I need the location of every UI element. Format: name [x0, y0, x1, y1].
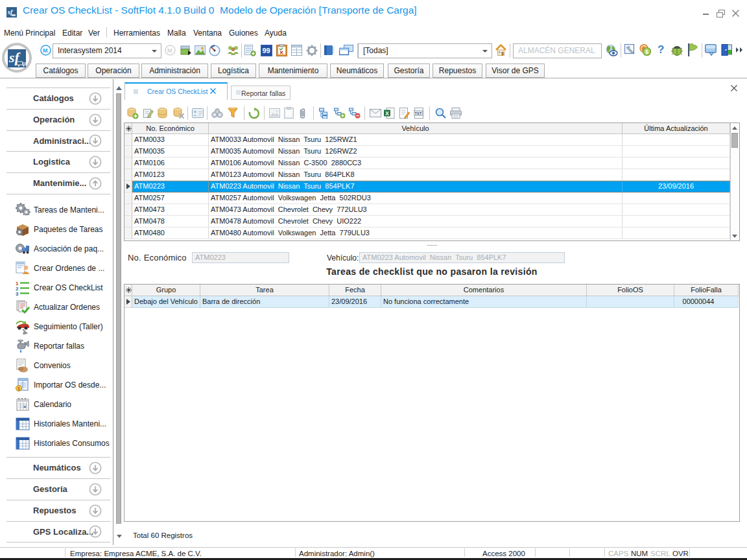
svg-text:3: 3 — [16, 291, 19, 296]
svg-text:TXT: TXT — [414, 111, 422, 115]
svg-text:M: M — [167, 47, 172, 54]
svg-text:X: X — [385, 110, 389, 117]
svg-text:99: 99 — [263, 47, 270, 54]
svg-text:M: M — [43, 47, 48, 54]
svg-text:$: $ — [645, 49, 648, 55]
svg-text:1: 1 — [18, 386, 20, 391]
